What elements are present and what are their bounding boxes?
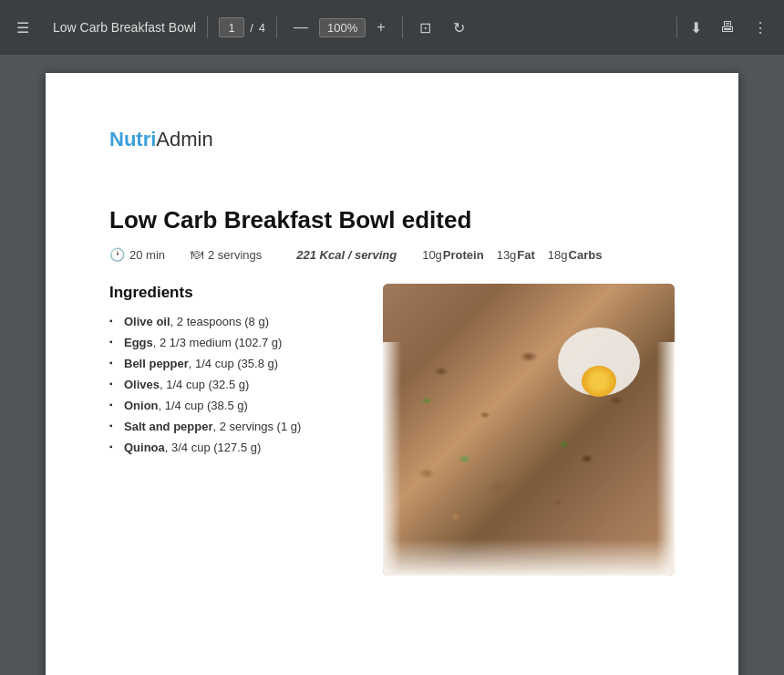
kcal-meta: 221 Kcal / serving [296, 248, 397, 262]
time-meta: 🕐 20 min [109, 247, 165, 262]
fat-display: 13gFat [497, 248, 535, 262]
page-navigation: / 4 [219, 17, 265, 37]
list-item: Olives, 1/4 cup (32.5 g) [109, 378, 357, 391]
recipe-image [383, 284, 675, 576]
recipe-title: Low Carb Breakfast Bowl edited [109, 206, 675, 234]
menu-icon: ☰ [16, 19, 29, 36]
macros-meta: 10gProtein 13gFat 18gCarbs [422, 248, 602, 262]
fit-page-button[interactable]: ⊡ [414, 16, 437, 40]
time-icon: 🕐 [109, 247, 125, 262]
toolbar: ☰ Low Carb Breakfast Bowl / 4 — 100% + ⊡… [0, 0, 784, 55]
page-total: 4 [259, 21, 265, 35]
logo-nutri: Nutri [109, 128, 156, 151]
recipe-image-container [383, 284, 675, 576]
list-item: Quinoa, 3/4 cup (127.5 g) [109, 441, 357, 454]
servings-label: 2 servings [208, 248, 262, 262]
download-button[interactable]: ⬇ [685, 16, 707, 40]
protein-label: Protein [443, 248, 484, 262]
green-pepper-bits [383, 284, 675, 576]
time-label: 20 min [129, 248, 165, 262]
zoom-out-icon: — [294, 19, 308, 36]
print-icon: 🖶 [720, 19, 735, 36]
list-item: Olive oil, 2 teaspoons (8 g) [109, 315, 357, 328]
page-number-input[interactable] [219, 17, 244, 37]
list-item: Bell pepper, 1/4 cup (35.8 g) [109, 357, 357, 370]
rotate-button[interactable]: ↻ [448, 16, 470, 40]
zoom-level-display: 100% [319, 18, 366, 37]
bowl-rim-left [383, 342, 401, 576]
divider-1 [207, 16, 208, 38]
divider-4 [676, 16, 677, 38]
toolbar-right-actions: ⬇ 🖶 ⋮ [676, 16, 773, 40]
food-canvas [383, 284, 675, 576]
servings-meta: 🍽 2 servings [191, 247, 262, 262]
brand-logo: NutriAdmin [109, 128, 675, 151]
document-title: Low Carb Breakfast Bowl [53, 20, 196, 35]
carbs-display: 18gCarbs [548, 248, 603, 262]
recipe-meta: 🕐 20 min 🍽 2 servings 221 Kcal / serving… [109, 247, 675, 262]
carbs-label: Carbs [569, 248, 603, 262]
kcal-label: Kcal / serving [320, 248, 397, 262]
zoom-controls: — 100% + [288, 16, 391, 39]
bowl-rim-bottom [383, 539, 675, 576]
more-options-icon: ⋮ [753, 19, 768, 36]
recipe-content: Ingredients Olive oil, 2 teaspoons (8 g)… [109, 284, 675, 576]
ingredient-list: Olive oil, 2 teaspoons (8 g)Eggs, 2 1/3 … [109, 315, 357, 454]
list-item: Salt and pepper, 2 servings (1 g) [109, 420, 357, 433]
ingredients-section: Ingredients Olive oil, 2 teaspoons (8 g)… [109, 284, 357, 462]
divider-2 [276, 16, 277, 38]
page-separator: / [250, 21, 253, 35]
kcal-value: 221 [296, 248, 316, 262]
zoom-in-icon: + [377, 19, 385, 36]
carbs-value: 18g [548, 248, 568, 262]
logo-admin: Admin [156, 128, 212, 151]
servings-icon: 🍽 [191, 247, 203, 262]
fat-label: Fat [517, 248, 535, 262]
rotate-icon: ↻ [453, 19, 465, 36]
pdf-viewer: NutriAdmin Low Carb Breakfast Bowl edite… [0, 55, 784, 675]
protein-display: 10gProtein [422, 248, 484, 262]
zoom-out-button[interactable]: — [288, 16, 314, 39]
bowl-rim-right [656, 342, 675, 576]
download-icon: ⬇ [690, 19, 702, 36]
fit-page-icon: ⊡ [419, 19, 431, 36]
list-item: Eggs, 2 1/3 medium (102.7 g) [109, 336, 357, 349]
pdf-page: NutriAdmin Low Carb Breakfast Bowl edite… [46, 73, 738, 675]
print-button[interactable]: 🖶 [715, 16, 740, 39]
ingredients-heading: Ingredients [109, 284, 357, 302]
protein-value: 10g [422, 248, 442, 262]
divider-3 [402, 16, 403, 38]
list-item: Onion, 1/4 cup (38.5 g) [109, 399, 357, 412]
fat-value: 13g [497, 248, 517, 262]
menu-button[interactable]: ☰ [11, 16, 35, 40]
egg-yolk [582, 366, 616, 397]
more-options-button[interactable]: ⋮ [748, 16, 773, 40]
zoom-in-button[interactable]: + [371, 16, 390, 39]
